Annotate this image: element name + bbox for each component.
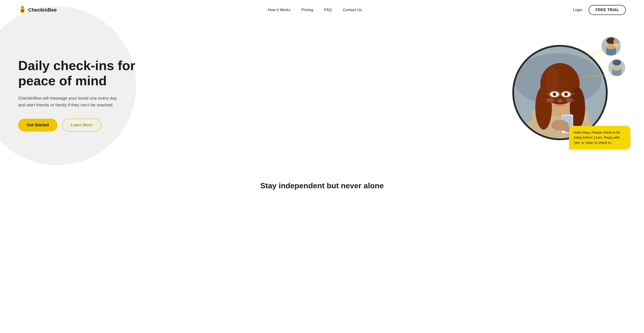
svg-point-5 (23, 7, 24, 8)
login-link[interactable]: Login (573, 8, 582, 12)
nav-item-pricing[interactable]: Pricing (301, 8, 313, 12)
svg-point-22 (535, 86, 552, 129)
svg-point-4 (21, 7, 22, 8)
svg-rect-2 (21, 11, 24, 12)
nav-item-faq[interactable]: FAQ (324, 8, 332, 12)
svg-point-52 (613, 67, 620, 71)
nav-item-how-it-works[interactable]: How it Works (268, 8, 290, 12)
message-bubble: Hello Mary, Please check in for today be… (569, 126, 630, 149)
svg-point-29 (554, 93, 555, 95)
navbar: CheckinBee How it Works Pricing FAQ Cont… (0, 0, 644, 20)
hero-right-content: Hello Mary, Please check in for today be… (508, 36, 626, 154)
svg-point-30 (565, 93, 566, 95)
bottom-teaser: Stay independent but never alone (0, 174, 644, 192)
hero-buttons: Get Started Learn More (18, 119, 135, 132)
family-avatar-1 (601, 36, 621, 56)
free-trial-button[interactable]: FREE TRIAL (588, 5, 626, 15)
svg-point-34 (558, 99, 562, 102)
logo-text: CheckinBee (28, 7, 57, 13)
nav-item-contact[interactable]: Contact Us (343, 8, 362, 12)
bee-logo-icon (18, 6, 27, 14)
svg-point-45 (607, 45, 615, 49)
svg-point-24 (546, 67, 559, 93)
hero-section: Daily check-ins for peace of mind Checki… (0, 20, 644, 174)
hero-title: Daily check-ins for peace of mind (18, 58, 135, 88)
learn-more-button[interactable]: Learn More (62, 119, 101, 132)
logo[interactable]: CheckinBee (18, 6, 57, 14)
svg-point-36 (566, 98, 574, 102)
svg-point-50 (613, 60, 621, 65)
nav-right: Login FREE TRIAL (573, 5, 626, 15)
svg-point-35 (546, 98, 554, 102)
hero-left-content: Daily check-ins for peace of mind Checki… (18, 58, 135, 131)
svg-point-47 (613, 38, 620, 43)
get-started-button[interactable]: Get Started (18, 119, 58, 132)
nav-links: How it Works Pricing FAQ Contact Us (268, 8, 362, 12)
family-avatar-2 (608, 58, 626, 77)
hero-subtitle: CheckinBee will message your loved one e… (18, 95, 118, 109)
